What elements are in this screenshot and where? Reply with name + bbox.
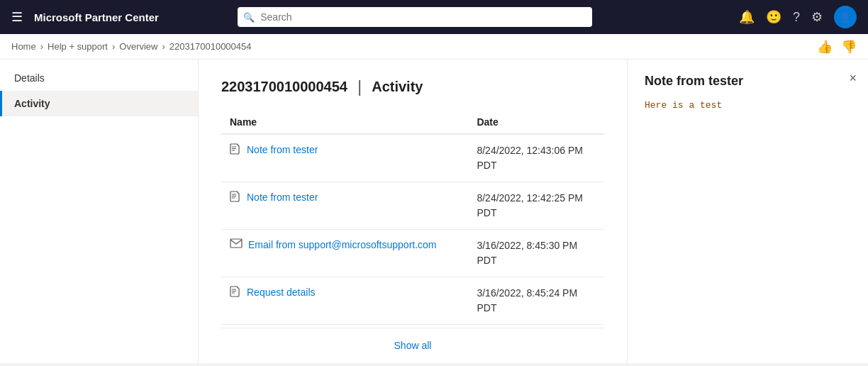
breadcrumb-help-support[interactable]: Help + support bbox=[48, 41, 108, 52]
email-icon bbox=[230, 238, 243, 250]
breadcrumb: Home › Help + support › Overview › 22031… bbox=[0, 34, 868, 60]
sidebar-item-details[interactable]: Details bbox=[0, 65, 198, 91]
show-all-link[interactable]: Show all bbox=[394, 340, 432, 351]
search-container: 🔍 bbox=[238, 7, 592, 27]
hamburger-icon[interactable]: ☰ bbox=[11, 9, 23, 25]
thumbs-down-icon[interactable]: 👎 bbox=[841, 39, 857, 55]
section-title: Activity bbox=[372, 79, 423, 95]
col-header-name: Name bbox=[221, 111, 468, 134]
date-cell-1: 8/24/2022, 12:43:06 PM PDT bbox=[468, 134, 604, 182]
ticket-id: 2203170010000454 bbox=[221, 79, 347, 95]
svg-rect-2 bbox=[230, 239, 242, 248]
activity-link-4[interactable]: Request details bbox=[230, 286, 460, 299]
sidebar: Details Activity bbox=[0, 60, 199, 363]
date-cell-4: 3/16/2022, 8:45:24 PM PDT bbox=[468, 277, 604, 325]
breadcrumb-home[interactable]: Home bbox=[11, 41, 36, 52]
breadcrumb-overview[interactable]: Overview bbox=[119, 41, 157, 52]
doc-icon bbox=[230, 286, 241, 299]
app-title: Microsoft Partner Center bbox=[34, 11, 159, 23]
doc-icon bbox=[230, 191, 241, 204]
table-row: Note from tester 8/24/2022, 12:42:25 PM … bbox=[221, 182, 604, 230]
date-cell-2: 8/24/2022, 12:42:25 PM PDT bbox=[468, 182, 604, 230]
table-row: Request details 3/16/2022, 8:45:24 PM PD… bbox=[221, 277, 604, 325]
activity-link-1[interactable]: Note from tester bbox=[230, 143, 460, 156]
help-icon[interactable]: ? bbox=[793, 10, 800, 25]
title-separator: | bbox=[357, 77, 362, 96]
note-panel-close-button[interactable]: × bbox=[849, 71, 857, 86]
breadcrumb-sep-2: › bbox=[112, 41, 115, 52]
breadcrumb-ticket-id: 2203170010000454 bbox=[169, 41, 252, 52]
activity-table: Name Date bbox=[221, 111, 604, 325]
breadcrumb-sep-1: › bbox=[40, 41, 43, 52]
doc-icon bbox=[230, 143, 241, 156]
feedback-icon[interactable]: 🙂 bbox=[766, 9, 781, 25]
thumbs-up-icon[interactable]: 👍 bbox=[817, 39, 833, 55]
sidebar-item-activity[interactable]: Activity bbox=[0, 91, 198, 116]
avatar[interactable]: 👤 bbox=[834, 6, 857, 28]
col-header-date: Date bbox=[468, 111, 604, 134]
main-layout: Details Activity 2203170010000454 | Acti… bbox=[0, 60, 868, 363]
date-cell-3: 3/16/2022, 8:45:30 PM PDT bbox=[468, 230, 604, 277]
notification-icon[interactable]: 🔔 bbox=[739, 9, 755, 25]
note-panel: Note from tester × Here is a test bbox=[627, 60, 868, 363]
activity-link-3[interactable]: Email from support@microsoftsupport.com bbox=[230, 238, 460, 250]
search-icon: 🔍 bbox=[243, 12, 255, 23]
breadcrumb-sep-3: › bbox=[162, 41, 165, 52]
search-input[interactable] bbox=[238, 7, 592, 27]
table-row: Email from support@microsoftsupport.com … bbox=[221, 230, 604, 277]
note-panel-title: Note from tester bbox=[645, 74, 851, 89]
activity-link-2[interactable]: Note from tester bbox=[230, 191, 460, 204]
top-nav: ☰ Microsoft Partner Center 🔍 🔔 🙂 ? ⚙ 👤 bbox=[0, 0, 868, 34]
note-panel-content: Here is a test bbox=[645, 100, 851, 111]
table-row: Note from tester 8/24/2022, 12:43:06 PM … bbox=[221, 134, 604, 182]
content-area: 2203170010000454 | Activity Name Date bbox=[199, 60, 627, 363]
settings-icon[interactable]: ⚙ bbox=[811, 9, 823, 25]
show-all-wrap: Show all bbox=[221, 328, 604, 362]
nav-icons: 🔔 🙂 ? ⚙ 👤 bbox=[739, 6, 857, 28]
feedback-thumbs: 👍 👎 bbox=[817, 39, 857, 55]
page-title: 2203170010000454 | Activity bbox=[221, 77, 604, 96]
